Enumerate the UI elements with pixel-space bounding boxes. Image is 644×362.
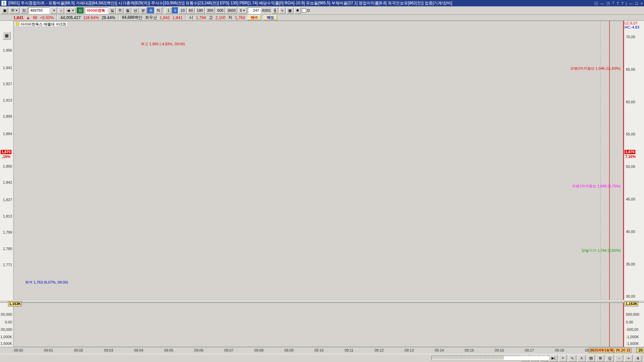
period-button-일[interactable]: 일: [109, 7, 116, 14]
indicator-legend[interactable]: 아이비젼웍스 매물대 수(13): [14, 21, 68, 27]
open-label: 시: [189, 15, 193, 20]
line-style-icon[interactable]: ∿: [279, 7, 285, 14]
left-axis-label: 1,899: [0, 114, 12, 118]
credit-badge: 신: [77, 7, 84, 14]
current-price-badge-left: 1,870: [1, 150, 11, 154]
interval-button-3600[interactable]: 3600: [226, 7, 237, 14]
scrollbar-handle[interactable]: [432, 356, 504, 360]
winctl-close-icon[interactable]: ×: [641, 1, 643, 5]
current-price: 1,841: [13, 15, 23, 20]
d-checkbox[interactable]: [302, 8, 306, 13]
settings-gear-icon[interactable]: ✱: [294, 7, 301, 14]
code-dropdown[interactable]: ▼: [50, 7, 57, 14]
left-axis-label: 1,884: [0, 132, 12, 136]
app-icon: 1: [1, 1, 6, 6]
winctl-float-window-icon[interactable]: ◱: [594, 1, 598, 5]
status-trend-tool-icon[interactable]: ∿: [568, 355, 576, 362]
buy-button[interactable]: 매수: [248, 15, 261, 20]
time-label: 09:06: [193, 348, 205, 352]
interval-buttons: 1510601803006003600: [165, 7, 237, 14]
candle-style-icon[interactable]: ╫: [272, 7, 278, 14]
time-label: 09:16: [494, 348, 505, 352]
volume-profile-swatch-icon: [16, 22, 19, 26]
period-button-주[interactable]: 주: [116, 7, 123, 14]
status-last-page-icon[interactable]: ▶|: [549, 355, 557, 362]
change-value: 96: [33, 15, 37, 20]
pivot1-annotation: 피봇1차저항선 1,845 (5,75%): [572, 184, 621, 189]
period-button-틱[interactable]: 틱: [155, 7, 162, 14]
d-checkbox-label: D: [307, 8, 310, 12]
tick-combo[interactable]: 5▼: [238, 7, 247, 14]
time-label: 09:10: [313, 348, 325, 352]
volume: 44,005,427: [60, 15, 80, 20]
status-grid-tool-icon[interactable]: ⊞: [596, 355, 604, 362]
window-select-icon[interactable]: ▣: [1, 7, 8, 14]
chart-canvas[interactable]: [0, 21, 644, 347]
period-button-분[interactable]: 분: [140, 7, 147, 14]
right-axis-label: 70,00: [626, 35, 635, 39]
datetime-badge: 2025/09/18(목) 09:20:15: [589, 348, 631, 353]
interval-button-180[interactable]: 180: [195, 7, 205, 14]
lc-readout: LC:6,07: [625, 21, 638, 25]
right-axis-label: 35,00: [626, 262, 635, 266]
speaker-icon[interactable]: ◀·▼: [65, 7, 76, 14]
current-price-badge-right: 1,870: [625, 150, 635, 154]
volume-ratio: 116.64%: [83, 15, 99, 20]
period-button-월[interactable]: 월: [124, 7, 131, 14]
right-axis-label: 40,00: [626, 230, 635, 234]
time-label: 09:08: [253, 348, 265, 352]
time-label: 09:00: [13, 348, 24, 352]
right-axis-label: 50,00: [626, 165, 635, 169]
period-button-년[interactable]: 년: [132, 7, 139, 14]
volume-axis-label-right: -1,000K: [626, 335, 639, 339]
session-high-annotation: 최고 1,965 (-4,83%, 09:06): [141, 42, 185, 47]
winctl-pin-icon[interactable]: ⍑: [612, 1, 614, 5]
left-axis-label: 1,785: [0, 247, 12, 251]
market-combo[interactable]: 주▼: [9, 7, 19, 14]
winctl-collapse-icon[interactable]: —: [600, 1, 604, 5]
interval-button-600[interactable]: 600: [216, 7, 225, 14]
status-zigzag-tool-icon[interactable]: ∧: [578, 355, 586, 362]
winctl-minimize-icon[interactable]: —: [629, 1, 633, 5]
time-label: 09:14: [433, 348, 445, 352]
stock-code-input[interactable]: 469750: [29, 7, 49, 14]
volume-axis-label-right: 0,00: [626, 320, 633, 324]
sell-button[interactable]: 매도: [264, 15, 277, 20]
volume-badge-left: 1,153K: [8, 301, 22, 306]
time-label: 09:12: [373, 348, 385, 352]
interval-button-60[interactable]: 60: [187, 7, 195, 14]
left-axis-label: 1,913: [0, 98, 12, 102]
window-title: [0601] 주식종합차트 - 유통비율[68.5] 거래대금[84,562(백…: [8, 0, 592, 6]
interval-button-5[interactable]: 5: [172, 7, 178, 14]
all-button[interactable]: 전: [20, 7, 28, 14]
price-info-row: 1,841 ▲ 96 +5.50% 44,005,427 116.64% 29.…: [0, 15, 644, 21]
best-ask: 1,842: [160, 15, 170, 20]
time-label: 09:03: [103, 348, 114, 352]
candle-pos-field[interactable]: 247: [248, 7, 261, 14]
interval-button-300[interactable]: 300: [205, 7, 215, 14]
period-button-초[interactable]: 초: [147, 7, 154, 14]
volume-axis-label-right: -1,500K: [626, 342, 639, 346]
save-icon[interactable]: ▦: [286, 7, 293, 14]
right-axis-label: 45,00: [626, 197, 635, 201]
status-zoom-in-icon[interactable]: +: [625, 355, 633, 362]
search-icon[interactable]: ⌕: [58, 7, 64, 14]
time-label: 09:11: [343, 348, 355, 352]
interval-button-10[interactable]: 10: [179, 7, 186, 14]
left-axis-label: 1,856: [0, 164, 12, 168]
volume-axis-label-left: 0,00: [0, 320, 12, 324]
winctl-help-icon[interactable]: ?: [621, 1, 623, 5]
status-zoom-tool-icon[interactable]: Q: [606, 355, 614, 362]
status-chart-type-icon[interactable]: ▤: [587, 355, 595, 362]
status-crosshair-tool-icon[interactable]: ⌖: [559, 355, 567, 362]
chart-scrollbar[interactable]: [431, 356, 549, 361]
chart-toolbar: ▣ 주▼ 전 469750 ▼ ⌕ ◀·▼ 신 아이비젼웍 일주월년분초틱 15…: [0, 6, 644, 15]
status-text-tool-icon[interactable]: A: [634, 355, 642, 362]
interval-button-1[interactable]: 1: [165, 7, 171, 14]
time-label: 09:02: [73, 348, 84, 352]
winctl-restore-icon[interactable]: ◻: [635, 1, 638, 5]
winctl-duplicate-window-icon[interactable]: ◳: [606, 1, 610, 5]
winctl-font-icon[interactable]: T: [617, 1, 619, 5]
grid-toggle-button[interactable]: ▦: [3, 32, 11, 40]
status-zoom-out-icon[interactable]: −: [615, 355, 623, 362]
